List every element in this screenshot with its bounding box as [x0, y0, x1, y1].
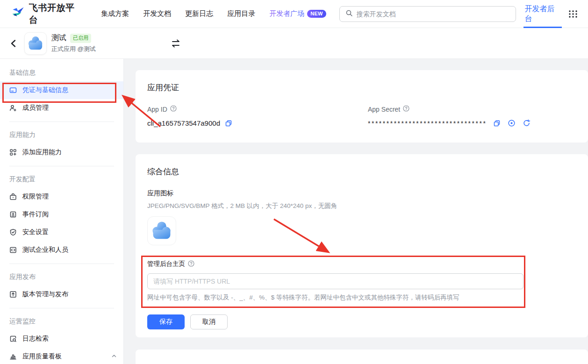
new-badge: NEW — [307, 10, 326, 18]
event-subscribe-icon — [9, 211, 17, 218]
sidebar-item-log-search[interactable]: 日志检索 — [0, 330, 123, 348]
sidebar-section-dev-config: 开发配置 — [0, 171, 123, 188]
sidebar: 基础信息 凭证与基础信息 成员管理 应用能力 — [0, 59, 124, 364]
sidebar-item-version-release[interactable]: 版本管理与发布 — [0, 285, 123, 303]
bar-chart-icon — [9, 353, 17, 360]
id-card-icon — [9, 86, 17, 94]
credentials-card-title: 应用凭证 — [147, 82, 576, 93]
main-content: 应用凭证 App ID cli_a165 — [124, 59, 588, 364]
publish-up-icon — [9, 291, 17, 298]
sidebar-item-permissions[interactable]: 权限管理 — [0, 188, 123, 206]
sidebar-item-members[interactable]: 成员管理 — [0, 99, 123, 117]
back-icon[interactable] — [9, 39, 18, 48]
sidebar-section-release: 应用发布 — [0, 269, 123, 285]
sidebar-item-event-subscription[interactable]: 事件订阅 — [0, 206, 123, 223]
app-id-value: cli_a1657573547a900d — [147, 119, 220, 127]
credentials-card: 应用凭证 App ID cli_a165 — [136, 70, 588, 143]
help-icon[interactable] — [188, 260, 194, 268]
app-meta: 测试 已启用 正式应用 @测试 — [51, 33, 96, 53]
sidebar-item-add-capability[interactable]: 添加应用能力 — [0, 143, 123, 161]
general-info-card: 综合信息 应用图标 JPEG/PNG/SVG/BMP 格式，2 MB 以内，大于… — [136, 154, 588, 337]
doc-search[interactable] — [339, 6, 516, 22]
sidebar-item-label: 日志检索 — [22, 335, 49, 343]
divider — [9, 308, 114, 308]
homepage-url-input[interactable] — [147, 273, 523, 289]
app-subtitle: 正式应用 @测试 — [51, 45, 96, 53]
search-input[interactable] — [357, 10, 510, 18]
search-icon — [345, 9, 353, 19]
nav-app-directory[interactable]: 应用目录 — [227, 9, 255, 18]
log-search-icon — [9, 335, 17, 343]
status-badge: 已启用 — [70, 34, 91, 43]
sidebar-item-label: 凭证与基础信息 — [22, 86, 68, 94]
help-icon[interactable] — [403, 105, 409, 113]
sidebar-section-capabilities: 应用能力 — [0, 127, 123, 143]
app-header-bar: 测试 已启用 正式应用 @测试 — [0, 28, 588, 59]
copy-icon[interactable] — [225, 120, 232, 127]
homepage-hint: 网址中可包含字母、数字以及 -、_、#、%、$ 等特殊字符。若网址中包含中文或其… — [147, 293, 576, 302]
app-icon-hint: JPEG/PNG/SVG/BMP 格式，2 MB 以内，大于 240*240 p… — [147, 202, 576, 210]
divider — [9, 121, 114, 122]
nav-integration[interactable]: 集成方案 — [101, 9, 129, 18]
app-name: 测试 — [51, 33, 66, 43]
member-add-icon — [9, 104, 17, 112]
chevron-up-icon[interactable] — [111, 353, 117, 360]
sidebar-item-label: 权限管理 — [22, 193, 49, 201]
sidebar-section-monitoring: 运营监控 — [0, 313, 123, 330]
app-icon-label: 应用图标 — [147, 189, 576, 198]
shield-check-icon — [9, 228, 17, 236]
copy-icon[interactable] — [493, 120, 501, 127]
sidebar-section-basic-info: 基础信息 — [0, 64, 123, 81]
cancel-button[interactable]: 取消 — [190, 314, 228, 329]
sidebar-item-label: 事件订阅 — [22, 210, 49, 219]
divider — [9, 264, 114, 264]
nav-docs[interactable]: 开发文档 — [143, 9, 171, 18]
help-icon[interactable] — [170, 105, 177, 113]
save-button[interactable]: 保存 — [147, 314, 185, 329]
switch-app-icon[interactable] — [171, 38, 181, 49]
app-secret-masked-value: ******************************** — [368, 120, 487, 127]
nav-developer-console[interactable]: 开发者后台 — [523, 0, 562, 28]
divider — [9, 166, 114, 166]
code-brackets-icon — [9, 246, 17, 254]
top-navbar: 飞书开放平台 集成方案 开发文档 更新日志 应用目录 开发者广场 NEW 开发者… — [0, 0, 588, 28]
sidebar-item-label: 测试企业和人员 — [22, 246, 68, 254]
sidebar-item-label: 版本管理与发布 — [22, 290, 68, 299]
sidebar-item-quality-dashboard[interactable]: 应用质量看板 — [0, 348, 123, 364]
apps-grid-icon[interactable] — [568, 9, 578, 19]
grid-plus-icon — [9, 149, 17, 156]
feishu-logo-icon — [11, 6, 25, 22]
main-nav: 集成方案 开发文档 更新日志 应用目录 开发者广场 NEW — [101, 9, 326, 18]
sidebar-item-security[interactable]: 安全设置 — [0, 223, 123, 241]
sidebar-item-test-enterprise[interactable]: 测试企业和人员 — [0, 241, 123, 259]
sidebar-item-label: 成员管理 — [22, 104, 49, 112]
sidebar-item-label: 应用质量看板 — [22, 352, 62, 361]
app-avatar — [24, 32, 47, 55]
refresh-icon[interactable] — [523, 119, 531, 127]
nav-developer-plaza[interactable]: 开发者广场 NEW — [269, 9, 326, 18]
brand[interactable]: 飞书开放平台 — [11, 2, 81, 26]
app-secret-label: App Secret — [368, 106, 400, 113]
sidebar-item-label: 安全设置 — [22, 228, 49, 236]
brand-name: 飞书开放平台 — [29, 2, 81, 26]
next-card-partial — [136, 350, 588, 364]
eye-icon[interactable] — [508, 119, 516, 127]
app-icon-image[interactable] — [147, 216, 176, 245]
homepage-label: 管理后台主页 — [147, 260, 185, 268]
app-id-label: App ID — [147, 106, 167, 113]
nav-changelog[interactable]: 更新日志 — [185, 9, 213, 18]
permission-bag-icon — [9, 193, 17, 200]
sidebar-item-label: 添加应用能力 — [22, 148, 62, 157]
sidebar-item-credentials[interactable]: 凭证与基础信息 — [0, 81, 123, 99]
general-info-card-title: 综合信息 — [147, 166, 576, 177]
